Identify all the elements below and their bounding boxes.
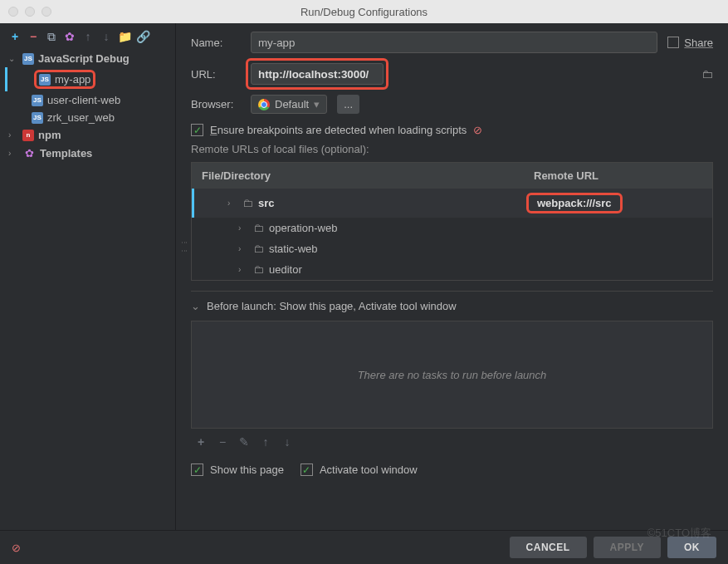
url-input[interactable] [251, 63, 384, 85]
browser-value: Default [275, 98, 309, 110]
remote-url-value[interactable]: webpack:///src [526, 193, 623, 213]
before-launch-label: Before launch: Show this page, Activate … [207, 300, 457, 312]
tree-item-my-app[interactable]: JS my-app [5, 67, 170, 91]
maximize-window-button[interactable] [42, 7, 51, 17]
chrome-icon [258, 99, 270, 110]
window-title: Run/Debug Configurations [300, 6, 428, 18]
move-task-down-button[interactable]: ↓ [281, 435, 294, 449]
chevron-right-icon: › [227, 199, 237, 208]
main-panel: Name: Share URL: 🗀 Browser: Defa [176, 23, 728, 530]
help-button[interactable]: ⊘ [12, 542, 21, 554]
add-task-button[interactable]: + [194, 435, 208, 449]
js-debug-icon: JS [22, 53, 34, 65]
chevron-right-icon: › [8, 130, 18, 140]
title-bar: Run/Debug Configurations [0, 0, 728, 23]
tree-item-label: my-app [55, 73, 90, 86]
gear-icon: ✿ [22, 146, 36, 159]
name-input[interactable] [251, 32, 657, 53]
file-name: operation-web [269, 222, 337, 234]
before-launch-header[interactable]: ⌄ Before launch: Show this page, Activat… [191, 291, 713, 321]
browser-label: Browser: [191, 98, 241, 110]
file-name: src [258, 197, 275, 209]
config-tree: ⌄ JS JavaScript Debug JS my-app JS user-… [0, 50, 175, 162]
npm-icon: n [22, 130, 34, 141]
cancel-button[interactable]: CANCEL [510, 537, 587, 558]
share-checkbox[interactable]: Share [667, 37, 713, 49]
tree-item-label: zrk_user_web [47, 111, 115, 124]
help-icon[interactable]: ⊘ [473, 124, 482, 136]
footer: ⊘ CANCEL APPLY OK [0, 530, 728, 564]
browser-dropdown[interactable]: Default ▾ [251, 95, 327, 114]
remote-url-table: File/Directory Remote URL › 🗀 src webpac… [191, 162, 713, 281]
table-row[interactable]: › 🗀 operation-web [192, 218, 712, 238]
folder-icon: 🗀 [242, 197, 253, 209]
folder-browse-icon[interactable]: 🗀 [701, 67, 713, 81]
no-tasks-label: There are no tasks to run before launch [358, 369, 547, 381]
remote-urls-label: Remote URLs of local files (optional): [191, 143, 713, 155]
file-name: ueditor [269, 263, 302, 276]
js-config-icon: JS [32, 95, 43, 106]
tree-node-npm[interactable]: › n npm [5, 126, 170, 144]
activate-tw-label: Activate tool window [320, 463, 418, 476]
tree-node-label: Templates [40, 147, 92, 159]
chevron-down-icon: ⌄ [191, 300, 200, 312]
move-down-button[interactable]: ↓ [100, 30, 113, 43]
window-controls [0, 7, 51, 17]
tree-node-label: JavaScript Debug [38, 52, 129, 65]
column-header-file: File/Directory [192, 163, 524, 189]
name-label: Name: [191, 37, 241, 49]
apply-button[interactable]: APPLY [594, 537, 661, 558]
share-label: Share [684, 37, 713, 49]
launch-toolbar: + − ✎ ↑ ↓ [191, 429, 713, 455]
edit-task-button[interactable]: ✎ [237, 435, 251, 449]
link-button[interactable]: 🔗 [136, 30, 149, 43]
chevron-right-icon: › [238, 244, 248, 253]
show-page-label: Show this page [210, 463, 284, 476]
column-header-remote: Remote URL [524, 163, 608, 189]
add-config-button[interactable]: + [8, 30, 22, 43]
tree-node-templates[interactable]: › ✿ Templates [5, 144, 170, 162]
folder-icon: 🗀 [253, 263, 264, 276]
sidebar-toolbar: + − ⧉ ✿ ↑ ↓ 📁 🔗 [0, 23, 175, 50]
folder-icon: 🗀 [253, 243, 264, 255]
chevron-right-icon: › [238, 265, 248, 274]
file-name: static-web [269, 243, 318, 255]
remove-config-button[interactable]: − [27, 30, 40, 43]
minimize-window-button[interactable] [25, 7, 35, 17]
show-page-checkbox[interactable]: ✓ [191, 463, 203, 476]
tree-item-label: user-client-web [47, 94, 120, 106]
table-row[interactable]: › 🗀 ueditor [192, 259, 712, 280]
chevron-down-icon: ⌄ [8, 54, 18, 63]
tree-node-js-debug[interactable]: ⌄ JS JavaScript Debug [5, 50, 170, 67]
folder-button[interactable]: 📁 [118, 30, 131, 43]
checkbox-empty-icon [667, 37, 679, 48]
settings-button[interactable]: ✿ [63, 30, 76, 43]
close-window-button[interactable] [8, 7, 18, 17]
move-task-up-button[interactable]: ↑ [259, 435, 272, 449]
tree-node-label: npm [38, 129, 61, 141]
copy-config-button[interactable]: ⧉ [45, 30, 58, 43]
ok-button[interactable]: OK [667, 537, 716, 558]
resize-grip-icon[interactable]: ⋮⋮ [181, 239, 188, 256]
table-row[interactable]: › 🗀 src webpack:///src [192, 189, 712, 218]
chevron-down-icon: ▾ [314, 98, 320, 110]
js-config-icon: JS [39, 74, 51, 86]
remove-task-button[interactable]: − [216, 435, 229, 449]
move-up-button[interactable]: ↑ [81, 30, 95, 43]
chevron-right-icon: › [8, 149, 18, 158]
ensure-bp-label: EEnsure breakpoints are detected when lo… [210, 124, 467, 136]
chevron-right-icon: › [238, 223, 248, 233]
tree-item-zrk-user-web[interactable]: JS zrk_user_web [5, 109, 170, 126]
browser-settings-button[interactable]: ... [337, 95, 359, 114]
js-config-icon: JS [32, 112, 43, 124]
table-row[interactable]: › 🗀 static-web [192, 238, 712, 259]
url-label: URL: [191, 68, 241, 81]
tree-item-user-client-web[interactable]: JS user-client-web [5, 91, 170, 109]
sidebar: + − ⧉ ✿ ↑ ↓ 📁 🔗 ⌄ JS JavaScript Debug JS… [0, 23, 176, 530]
ensure-bp-checkbox[interactable]: ✓ [191, 124, 203, 136]
before-launch-tasks: There are no tasks to run before launch [191, 321, 713, 429]
folder-icon: 🗀 [253, 222, 264, 234]
activate-tw-checkbox[interactable]: ✓ [300, 463, 313, 476]
